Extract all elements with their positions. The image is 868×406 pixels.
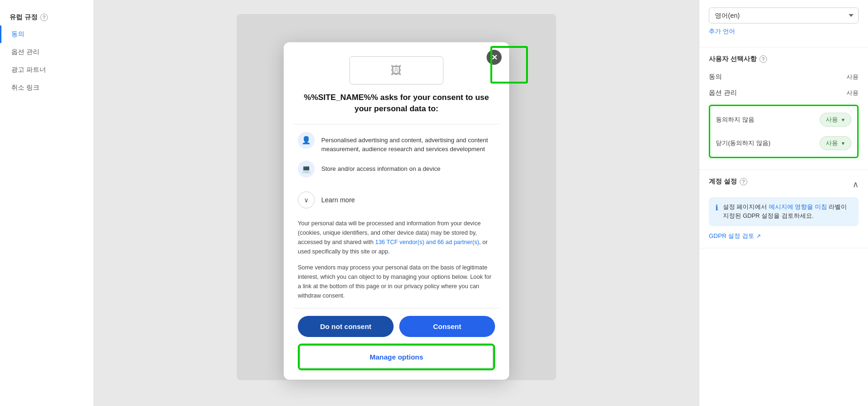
collapse-icon[interactable]: ∧: [852, 179, 859, 190]
manage-options-highlight: Manage options: [298, 344, 495, 370]
sidebar-help-icon[interactable]: ?: [40, 14, 48, 21]
modal-body-text-2: Some vendors may process your personal d…: [284, 263, 509, 308]
add-language-link[interactable]: 추가 언어: [709, 23, 859, 39]
info-box-text: 설정 페이지에서 메시지에 영향을 미침 라벨이 지정된 GDPR 설정을 검토…: [723, 203, 852, 221]
dropdown-label-close: 닫기(동의하지 않음): [716, 139, 770, 147]
setting-value-manage: 사용: [846, 89, 859, 97]
chevron-down-icon: ∨: [298, 192, 315, 208]
dropdown-row-close: 닫기(동의하지 않음) 사용 ▼: [710, 131, 857, 155]
user-options-help-icon[interactable]: ?: [760, 55, 767, 63]
setting-row-manage: 옵션 관리 사용: [709, 85, 859, 101]
consent-text-store: Store and/or access information on a dev…: [321, 161, 441, 174]
modal-logo-placeholder: 🖼: [349, 56, 443, 84]
consent-item-store: 💻 Store and/or access information on a d…: [298, 161, 495, 177]
modal-body-text-1: Your personal data will be processed and…: [284, 214, 509, 263]
language-select[interactable]: 영어(en) 한국어(ko) 일본어(ja): [709, 8, 859, 23]
do-not-consent-button[interactable]: Do not consent: [298, 316, 394, 337]
setting-label-consent: 동의: [709, 73, 722, 81]
modal-close-button[interactable]: ✕: [487, 50, 502, 65]
modal-consent-items: 👤 Personalised advertising and content, …: [284, 124, 509, 192]
affects-message-link[interactable]: 메시지에 영향을 미침: [769, 204, 827, 210]
person-icon: 👤: [298, 132, 315, 149]
dropdown-row-do-not-consent: 동의하지 않음 사용 ▼: [710, 108, 857, 131]
consent-button[interactable]: Consent: [399, 316, 495, 337]
dropdown-btn-do-not-consent[interactable]: 사용 ▼: [820, 113, 852, 127]
dropdown-label-do-not-consent: 동의하지 않음: [716, 115, 754, 124]
consent-item-personalised: 👤 Personalised advertising and content, …: [298, 132, 495, 154]
modal-buttons: Do not consent Consent: [284, 316, 509, 344]
sidebar-item-ad-partners[interactable]: 광고 파트너: [0, 61, 93, 79]
learn-more-label: Learn more: [321, 196, 355, 204]
account-settings-help-icon[interactable]: ?: [740, 178, 747, 185]
sidebar-section-label: 유럽 규정: [9, 13, 38, 22]
language-section: 영어(en) 한국어(ko) 일본어(ja) 추가 언어: [699, 0, 868, 47]
user-options-section: 사용자 선택사항 ? 동의 사용 옵션 관리 사용 동의하지 않음 사용 ▼ 닫…: [699, 47, 868, 170]
modal-divider-2: [293, 308, 500, 308]
consent-text-personalised: Personalised advertising and content, ad…: [321, 132, 495, 154]
image-icon: 🖼: [391, 64, 402, 77]
manage-options-button[interactable]: Manage options: [300, 345, 493, 368]
account-settings-title: 계정 설정 ?: [709, 177, 747, 186]
info-icon: ℹ: [715, 203, 718, 212]
consent-modal: ✕ 🖼 %%SITE_NAME%% asks for your consent …: [284, 42, 509, 380]
sidebar-item-consent[interactable]: 동의: [0, 25, 93, 43]
setting-row-consent: 동의 사용: [709, 69, 859, 85]
setting-label-manage: 옵션 관리: [709, 89, 737, 97]
external-link-icon: ↗: [756, 233, 761, 239]
left-sidebar: 유럽 규정 ? 동의 옵션 관리 광고 파트너 취소 링크: [0, 0, 94, 406]
info-box: ℹ 설정 페이지에서 메시지에 영향을 미침 라벨이 지정된 GDPR 설정을 …: [709, 197, 859, 226]
right-sidebar: 영어(en) 한국어(ko) 일본어(ja) 추가 언어 사용자 선택사항 ? …: [699, 0, 868, 406]
close-icon: ✕: [491, 53, 497, 62]
setting-value-consent: 사용: [846, 73, 859, 81]
highlighted-dropdowns-section: 동의하지 않음 사용 ▼ 닫기(동의하지 않음) 사용 ▼: [709, 105, 859, 158]
sidebar-section-title: 유럽 규정 ?: [0, 9, 93, 25]
sidebar-item-cancel-link[interactable]: 취소 링크: [0, 79, 93, 97]
modal-title: %%SITE_NAME%% asks for your consent to u…: [284, 92, 509, 124]
dropdown-btn-close[interactable]: 사용 ▼: [820, 136, 852, 150]
chevron-icon-2: ▼: [841, 141, 845, 146]
gdpr-review-link[interactable]: GDPR 설정 검토 ↗: [709, 232, 859, 240]
account-settings-title-row: 계정 설정 ? ∧: [709, 177, 859, 192]
main-content: ✕ 🖼 %%SITE_NAME%% asks for your consent …: [94, 0, 699, 406]
chevron-icon-1: ▼: [841, 117, 845, 123]
device-icon: 💻: [298, 161, 315, 177]
user-options-title: 사용자 선택사항 ?: [709, 55, 859, 63]
account-settings-section: 계정 설정 ? ∧ ℹ 설정 페이지에서 메시지에 영향을 미침 라벨이 지정된…: [699, 170, 868, 248]
modal-logo-area: 🖼: [284, 42, 509, 92]
learn-more-row[interactable]: ∨ Learn more: [284, 192, 509, 214]
modal-preview-area: ✕ 🖼 %%SITE_NAME%% asks for your consent …: [237, 14, 556, 380]
sidebar-item-manage-options[interactable]: 옵션 관리: [0, 43, 93, 61]
language-select-row: 영어(en) 한국어(ko) 일본어(ja): [709, 8, 859, 23]
tcf-vendors-link[interactable]: 136 TCF vendor(s) and 66 ad partner(s): [375, 239, 479, 245]
